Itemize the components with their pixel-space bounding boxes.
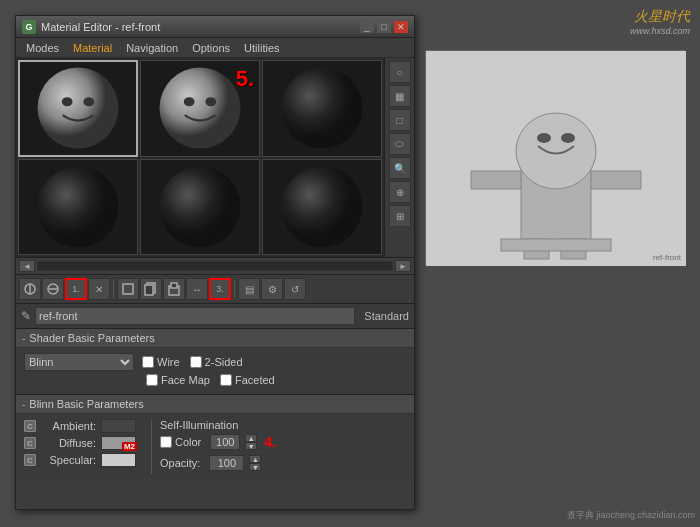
svg-rect-28 [171,283,177,288]
svg-point-18 [160,166,241,247]
get-material-btn[interactable] [19,278,41,300]
shader-type-select[interactable]: Blinn [24,353,134,371]
menu-material[interactable]: Material [67,40,118,56]
twosided-checkbox[interactable]: 2-Sided [190,356,243,368]
specular-label: Specular: [41,454,96,466]
shader-section-title: Shader Basic Parameters [29,332,154,344]
reset-btn[interactable]: ↺ [284,278,306,300]
paste-btn[interactable] [163,278,185,300]
color-spin-down[interactable]: ▼ [245,442,257,450]
color-value[interactable] [210,434,240,450]
svg-point-2 [516,113,596,189]
material-editor-window: G Material Editor - ref-front _ □ ✕ Mode… [15,15,415,510]
scroll-row: ◄ ► [16,258,414,275]
m2-badge: M2 [122,442,137,451]
toggle-blinn[interactable]: - [22,399,25,410]
sphere-grid-container: 5. [16,58,414,258]
blinn-content: C Ambient: C Diffuse: M2 C Specular: [24,419,406,474]
shader-name-label: Standard [359,310,409,322]
viewport-label: ref-front [653,253,681,262]
map-channels-btn[interactable]: ▤ [238,278,260,300]
side-btn-3[interactable]: □ [389,109,411,131]
sphere-cell-2[interactable]: 5. [140,60,260,157]
diffuse-row: C Diffuse: M2 [24,436,136,450]
title-bar: G Material Editor - ref-front _ □ ✕ [16,16,414,38]
diffuse-c-icon: C [24,437,36,449]
shader-options-row2: Face Map Faceted [24,374,406,386]
menu-options[interactable]: Options [186,40,236,56]
sep-2 [234,280,235,298]
side-btn-1[interactable]: ○ [389,61,411,83]
color-spin-up[interactable]: ▲ [245,434,257,442]
specular-row: C Specular: [24,453,136,467]
blinn-section-header: - Blinn Basic Parameters [16,395,414,414]
opacity-value[interactable] [209,455,244,471]
shader-section-header: - Shader Basic Parameters [16,329,414,348]
brand-name: 火星时代 [630,8,690,26]
shader-params-panel: Blinn Wire 2-Sided Face Map Faceted [16,348,414,395]
svg-point-10 [38,68,119,149]
sphere-grid: 5. [16,58,384,257]
self-illum-section: Self-Illumination Color ▲ ▼ 4. Opacity: [151,419,276,474]
material-name-input[interactable] [35,307,355,325]
delete-btn[interactable]: ✕ [88,278,110,300]
toggle-shader[interactable]: - [22,333,25,344]
opacity-label: Opacity: [160,457,200,469]
minimize-button[interactable]: _ [360,21,374,33]
restore-button[interactable]: □ [377,21,391,33]
scroll-track [37,261,393,271]
window-title: Material Editor - ref-front [41,21,360,33]
svg-point-12 [83,97,94,106]
faceted-checkbox[interactable]: Faceted [220,374,275,386]
sphere-label-5: 5. [236,66,254,92]
options-btn[interactable]: ⚙ [261,278,283,300]
side-btn-2[interactable]: ▦ [389,85,411,107]
sphere-cell-3[interactable] [262,60,382,157]
svg-point-13 [160,68,241,149]
self-illum-title: Self-Illumination [160,419,276,431]
sample-btn[interactable] [117,278,139,300]
shader-options: Wire 2-Sided [142,356,243,368]
specular-swatch[interactable] [101,453,136,467]
site-url: www.hxsd.com [630,26,690,36]
color-checkbox[interactable]: Color [160,436,201,448]
swap-btn[interactable]: ↔ [186,278,208,300]
put-material-btn[interactable] [42,278,64,300]
svg-rect-24 [123,284,133,294]
close-button[interactable]: ✕ [394,21,408,33]
copy-btn[interactable] [140,278,162,300]
ambient-swatch[interactable] [101,419,136,433]
show-map-btn[interactable]: 3. [209,278,231,300]
svg-point-3 [537,133,551,143]
wire-checkbox[interactable]: Wire [142,356,180,368]
opacity-spin-down[interactable]: ▼ [249,463,261,471]
watermark-top: 火星时代 www.hxsd.com [630,8,690,36]
scroll-right-btn[interactable]: ► [395,260,411,272]
side-btn-6[interactable]: ⊕ [389,181,411,203]
shader-type-row: Blinn Wire 2-Sided [24,353,406,371]
blinn-section-title: Blinn Basic Parameters [29,398,143,410]
opacity-spin-up[interactable]: ▲ [249,455,261,463]
app-icon: G [22,20,36,34]
sphere-cell-6[interactable] [262,159,382,256]
toolbar-row: 1. ✕ ↔ 3. ▤ ⚙ ↺ [16,275,414,304]
blinn-params-panel: C Ambient: C Diffuse: M2 C Specular: [16,414,414,479]
menu-modes[interactable]: Modes [20,40,65,56]
scroll-left-btn[interactable]: ◄ [19,260,35,272]
pencil-icon: ✎ [21,309,31,323]
facemap-checkbox[interactable]: Face Map [146,374,210,386]
bottom-watermark: 查字典 jiaocheng.chazidian.com [567,509,695,522]
sphere-cell-4[interactable] [18,159,138,256]
side-btn-5[interactable]: 🔍 [389,157,411,179]
sphere-cell-5[interactable] [140,159,260,256]
menu-navigation[interactable]: Navigation [120,40,184,56]
side-btn-4[interactable]: ⬭ [389,133,411,155]
diffuse-label: Diffuse: [41,437,96,449]
diffuse-swatch-container: M2 [101,436,136,450]
menu-utilities[interactable]: Utilities [238,40,285,56]
side-btn-7[interactable]: ⊞ [389,205,411,227]
svg-rect-26 [145,285,153,295]
label-1: 1. [72,284,80,294]
assign-material-btn[interactable]: 1. [65,278,87,300]
sphere-cell-1[interactable] [18,60,138,157]
